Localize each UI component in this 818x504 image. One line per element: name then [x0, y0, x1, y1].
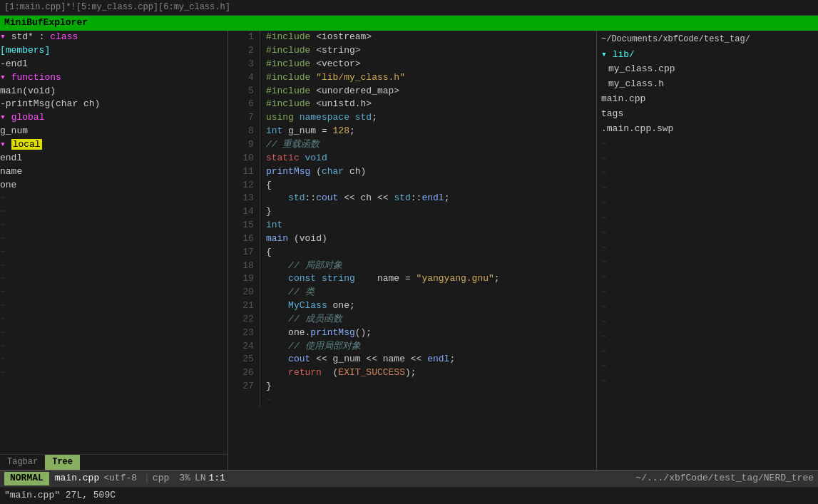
tilde-6: ~ — [0, 259, 227, 273]
status-line: NORMAL main.cpp <utf-8 | cpp 3% LN 1:1 ~… — [0, 470, 818, 487]
filetree-tilde-17: ~ — [597, 374, 818, 389]
filetree-tilde-1: ~ — [597, 137, 818, 152]
status-percent: 3% — [179, 472, 190, 485]
filetree-tilde-9: ~ — [597, 255, 818, 270]
status-filename: main.cpp — [55, 472, 99, 485]
tilde-12: ~ — [0, 340, 227, 354]
tilde-10: ~ — [0, 313, 227, 326]
tilde-5: ~ — [0, 246, 227, 259]
tab-tagbar[interactable]: Tagbar — [0, 455, 45, 470]
tilde-11: ~ — [0, 326, 227, 340]
code-line-1: 1 #include <iostream> — [228, 31, 596, 44]
code-line-11: 11 printMsg (char ch) — [228, 165, 596, 179]
code-line-27: 27 } — [228, 380, 596, 394]
tree-item-one[interactable]: one — [0, 179, 227, 192]
filetree-tilde-12: ~ — [597, 300, 818, 315]
tab-bar-text[interactable]: [1:main.cpp]*![5:my_class.cpp][6:my_clas… — [4, 2, 230, 12]
tilde-7: ~ — [0, 272, 227, 286]
code-line-19: 19 const string name = "yangyang.gnu"; — [228, 272, 596, 286]
code-line-3: 3 #include <vector> — [228, 58, 596, 71]
code-line-10: 10 static void — [228, 152, 596, 165]
sidebar-content: ▾ std* : class [members] -endl ▾ functio… — [0, 31, 227, 454]
code-line-18: 18 // 局部对象 — [228, 259, 596, 273]
code-line-tilde: ~ — [228, 394, 596, 407]
tilde-8: ~ — [0, 286, 227, 299]
filetree-tilde-16: ~ — [597, 359, 818, 374]
sidebar-wrapper: ▾ std* : class [members] -endl ▾ functio… — [0, 31, 228, 470]
status-filetype: cpp — [153, 472, 169, 485]
tree-item-std[interactable]: ▾ std* : class — [0, 31, 227, 44]
tree-arrow-std: ▾ — [0, 31, 11, 42]
code-line-23: 23 one.printMsg(); — [228, 326, 596, 340]
panels: ▾ std* : class [members] -endl ▾ functio… — [0, 31, 818, 470]
code-line-24: 24 // 使用局部对象 — [228, 340, 596, 354]
tree-item-global[interactable]: ▾ global — [0, 111, 227, 125]
tree-item-endl-local[interactable]: endl — [0, 152, 227, 165]
cmd-text: "main.cpp" 27L, 509C — [4, 490, 116, 500]
tilde-4: ~ — [0, 232, 227, 246]
tilde-9: ~ — [0, 299, 227, 313]
code-line-20: 20 // 类 — [228, 286, 596, 299]
filetree-my-class-cpp[interactable]: my_class.cpp — [597, 62, 818, 77]
code-line-6: 6 #include <unistd.h> — [228, 98, 596, 111]
code-line-2: 2 #include <string> — [228, 44, 596, 58]
tree-item-main[interactable]: main(void) — [0, 85, 227, 98]
filetree-tilde-13: ~ — [597, 315, 818, 330]
code-line-14: 14 } — [228, 205, 596, 219]
status-ln-label: LN — [195, 472, 206, 485]
filetree-tags[interactable]: tags — [597, 107, 818, 122]
code-line-7: 7 using namespace std; — [228, 111, 596, 125]
filetree-my-class-h[interactable]: my_class.h — [597, 77, 818, 92]
code-line-15: 15 int — [228, 219, 596, 232]
filetree-lib[interactable]: ▾ lib/ — [597, 48, 818, 63]
code-line-8: 8 int g_num = 128; — [228, 125, 596, 138]
tree-item-gnum[interactable]: g_num — [0, 125, 227, 138]
tree-item-functions[interactable]: ▾ functions — [0, 71, 227, 85]
tilde-3: ~ — [0, 219, 227, 232]
mode-indicator: NORMAL — [4, 472, 49, 485]
code-line-25: 25 cout << g_num << name << endl; — [228, 353, 596, 366]
code-line-26: 26 return (EXIT_SUCCESS); — [228, 366, 596, 380]
filetree-main-cpp[interactable]: main.cpp — [597, 92, 818, 107]
filetree-tilde-14: ~ — [597, 330, 818, 345]
filetree-tilde-4: ~ — [597, 181, 818, 196]
status-position: 1:1 — [208, 472, 225, 485]
minibuf-bar: MiniBufExplorer — [0, 16, 818, 31]
filetree-swp[interactable]: .main.cpp.swp — [597, 122, 818, 137]
code-line-13: 13 std::cout << ch << std::endl; — [228, 192, 596, 205]
filetree-tilde-5: ~ — [597, 196, 818, 211]
code-line-4: 4 #include "lib/my_class.h" — [228, 71, 596, 85]
tree-item-members[interactable]: [members] — [0, 44, 227, 58]
filetree-tilde-15: ~ — [597, 345, 818, 360]
filetree-tilde-7: ~ — [597, 226, 818, 241]
sidebar-tabs: Tagbar Tree — [0, 454, 227, 470]
file-tree: ~/Documents/xbfCode/test_tag/ ▾ lib/ my_… — [597, 31, 818, 470]
code-line-21: 21 MyClass one; — [228, 299, 596, 313]
filetree-tilde-2: ~ — [597, 152, 818, 167]
tree-item-name[interactable]: name — [0, 165, 227, 179]
code-line-17: 17 { — [228, 246, 596, 259]
tree-item-printmsg[interactable]: -printMsg(char ch) — [0, 98, 227, 111]
code-line-5: 5 #include <unordered_map> — [228, 85, 596, 98]
tab-bar: [1:main.cpp]*![5:my_class.cpp][6:my_clas… — [0, 0, 818, 16]
tree-item-local[interactable]: ▾ local — [0, 138, 227, 152]
tilde-2: ~ — [0, 205, 227, 219]
cmd-line: "main.cpp" 27L, 509C — [0, 487, 818, 504]
status-encoding: <utf-8 — [103, 472, 137, 485]
tree-item-endl-std[interactable]: -endl — [0, 58, 227, 71]
filetree-tilde-3: ~ — [597, 166, 818, 181]
tilde-14: ~ — [0, 366, 227, 380]
minibuf-label: MiniBufExplorer — [4, 17, 88, 28]
code-line-9: 9 // 重载函数 — [228, 138, 596, 152]
main-window: [1:main.cpp]*![5:my_class.cpp][6:my_clas… — [0, 0, 818, 504]
code-editor[interactable]: 1 #include <iostream> 2 #include <string… — [228, 31, 597, 470]
code-line-12: 12 { — [228, 179, 596, 192]
filetree-tilde-8: ~ — [597, 241, 818, 256]
filetree-tilde-6: ~ — [597, 211, 818, 226]
filetree-header: ~/Documents/xbfCode/test_tag/ — [597, 32, 818, 47]
tilde-1: ~ — [0, 192, 227, 205]
tab-tree[interactable]: Tree — [45, 455, 80, 470]
status-right-path: ~/.../xbfCode/test_tag/NERD_tree — [635, 472, 814, 485]
code-line-16: 16 main (void) — [228, 232, 596, 246]
tilde-13: ~ — [0, 353, 227, 366]
